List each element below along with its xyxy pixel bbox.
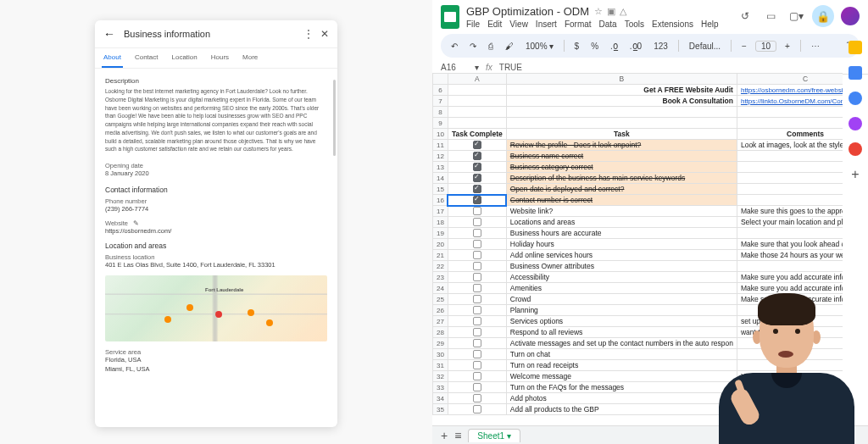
comment-cell[interactable]: Make sure you add accurate information (737, 294, 843, 305)
checkbox-icon[interactable] (473, 163, 481, 171)
task-cell[interactable]: Contact number is correct (506, 195, 737, 206)
comment-cell[interactable]: Make sure this goes to the appropriate p (737, 206, 843, 217)
row-header[interactable]: 28 (433, 327, 448, 338)
checkbox-cell[interactable] (448, 239, 506, 250)
task-cell[interactable]: Business Owner attributes (506, 261, 737, 272)
task-cell[interactable]: Business hours are accurate (506, 228, 737, 239)
row-header[interactable]: 15 (433, 184, 448, 195)
meet-icon[interactable]: ▢▾ (787, 7, 805, 25)
checkbox-icon[interactable] (473, 273, 481, 281)
toolbar-more-icon[interactable]: ⋯ (808, 40, 823, 53)
percent-icon[interactable]: % (587, 40, 602, 53)
menu-extensions[interactable]: Extensions (652, 19, 693, 29)
calendar-icon[interactable] (849, 41, 862, 54)
checkbox-icon[interactable] (473, 185, 481, 193)
menu-format[interactable]: Format (565, 19, 592, 29)
row-header[interactable]: 12 (433, 151, 448, 162)
history-icon[interactable]: ↺ (736, 7, 754, 25)
tab-more[interactable]: More (241, 48, 259, 68)
checkbox-icon[interactable] (473, 394, 481, 402)
row-header[interactable]: 13 (433, 162, 448, 173)
name-box[interactable]: A16 (441, 63, 475, 72)
comment-cell[interactable]: want to ie responses i (737, 327, 843, 338)
all-sheets-icon[interactable]: ≡ (454, 429, 461, 442)
comment-icon[interactable]: ▭ (761, 7, 780, 25)
comment-cell[interactable]: Select your main location and places ne (737, 217, 843, 228)
task-cell[interactable]: Planning (506, 305, 737, 316)
checkbox-cell[interactable] (448, 305, 506, 316)
comment-cell[interactable] (737, 360, 843, 371)
checkbox-icon[interactable] (473, 372, 481, 380)
checkbox-icon[interactable] (473, 262, 481, 270)
sheet-tab[interactable]: Sheet1 ▾ (468, 429, 520, 442)
sheets-logo-icon[interactable] (441, 5, 459, 29)
checkbox-cell[interactable] (448, 338, 506, 349)
comment-cell[interactable] (737, 162, 843, 173)
checkbox-icon[interactable] (473, 361, 481, 369)
more-formats-icon[interactable]: 123 (650, 40, 671, 53)
increase-decimal-icon[interactable]: .0̲0 (626, 40, 645, 53)
maps-icon[interactable] (849, 142, 862, 156)
checkbox-cell[interactable] (448, 393, 506, 404)
name-box-dropdown-icon[interactable]: ▾ (475, 63, 479, 72)
checkbox-icon[interactable] (473, 141, 481, 149)
checkbox-cell[interactable] (448, 360, 506, 371)
scrollbar[interactable] (333, 80, 336, 156)
star-icon[interactable]: ☆ (594, 6, 603, 17)
row-header[interactable]: 20 (433, 239, 448, 250)
tab-about[interactable]: About (102, 48, 123, 68)
zoom-select[interactable]: 100% ▾ (522, 40, 557, 53)
decrease-decimal-icon[interactable]: .0̲ (607, 40, 621, 53)
menu-data[interactable]: Data (599, 19, 617, 29)
tab-contact[interactable]: Contact (133, 48, 160, 68)
checkbox-icon[interactable] (473, 306, 481, 314)
comment-cell[interactable] (737, 228, 843, 239)
row-header[interactable]: 27 (433, 316, 448, 327)
doc-title[interactable]: GBP Optimization - ODM (466, 5, 589, 18)
checkbox-cell[interactable] (448, 283, 506, 294)
menu-file[interactable]: File (466, 19, 480, 29)
checkbox-icon[interactable] (473, 152, 481, 160)
comment-cell[interactable] (737, 338, 843, 349)
checkbox-cell[interactable] (448, 195, 506, 206)
checkbox-cell[interactable] (448, 151, 506, 162)
map-preview[interactable]: Fort Lauderdale (105, 275, 327, 341)
checkbox-cell[interactable] (448, 184, 506, 195)
paint-format-icon[interactable]: 🖌 (502, 40, 517, 53)
checkbox-icon[interactable] (473, 405, 481, 413)
row-header[interactable]: 9 (433, 118, 448, 129)
comment-cell[interactable] (737, 404, 843, 415)
task-cell[interactable]: Amenities (506, 283, 737, 294)
task-cell[interactable]: Add photos (506, 393, 737, 404)
keep-icon[interactable] (849, 66, 862, 80)
checkbox-cell[interactable] (448, 371, 506, 382)
font-size-plus[interactable]: + (782, 40, 793, 53)
comment-cell[interactable] (737, 151, 843, 162)
checkbox-cell[interactable] (448, 294, 506, 305)
checkbox-cell[interactable] (448, 206, 506, 217)
task-cell[interactable]: Accessibility (506, 272, 737, 283)
task-cell[interactable]: Review the profile - Does it look onpoin… (506, 140, 737, 151)
menu-help[interactable]: Help (701, 19, 719, 29)
checkbox-icon[interactable] (473, 174, 481, 182)
font-size-box[interactable]: 10 (755, 41, 776, 52)
row-header[interactable]: 11 (433, 140, 448, 151)
comment-cell[interactable] (737, 173, 843, 184)
website-value[interactable]: https://osbornedm.com/ (105, 227, 327, 235)
comment-cell[interactable] (737, 184, 843, 195)
comment-cell[interactable]: You sh ess phone nu (737, 371, 843, 382)
checkbox-cell[interactable] (448, 173, 506, 184)
checkbox-cell[interactable] (448, 250, 506, 261)
pencil-icon[interactable]: ✎ (133, 219, 139, 227)
tasks-icon[interactable] (849, 92, 862, 105)
row-header[interactable]: 22 (433, 261, 448, 272)
select-all-cell[interactable] (433, 74, 448, 85)
checkbox-icon[interactable] (473, 240, 481, 248)
task-cell[interactable]: Turn on the FAQs for the messages (506, 382, 737, 393)
row-header[interactable]: 31 (433, 360, 448, 371)
row-header[interactable]: 16 (433, 195, 448, 206)
cell-link[interactable]: https://osbornedm.com/free-website-audit (737, 85, 843, 96)
tab-location[interactable]: Location (170, 48, 198, 68)
checkbox-cell[interactable] (448, 217, 506, 228)
comment-cell[interactable]: Make sure that you look ahead one year (737, 239, 843, 250)
